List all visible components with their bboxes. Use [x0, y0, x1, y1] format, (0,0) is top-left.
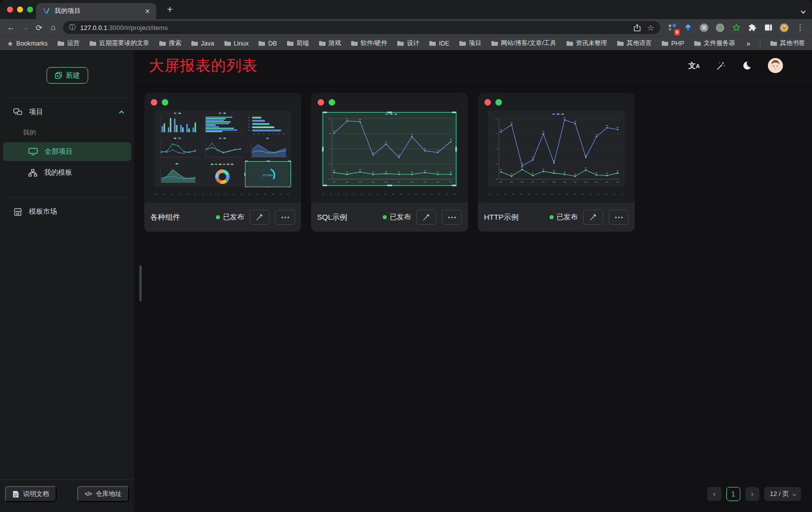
other-bookmarks[interactable]: 其他书签: [770, 39, 805, 48]
prev-page-button[interactable]: ‹: [707, 487, 721, 501]
bookmark-folder[interactable]: 资讯未整理: [566, 39, 608, 48]
resize-handle[interactable]: [288, 161, 291, 162]
bookmark-folder[interactable]: PHP: [661, 40, 684, 47]
dark-mode-moon-icon[interactable]: [742, 61, 752, 71]
current-page-button[interactable]: 1: [726, 487, 740, 501]
extension-record-icon[interactable]: [715, 23, 725, 33]
resize-handle[interactable]: [291, 173, 291, 176]
project-title: 各种组件: [150, 213, 180, 222]
share-icon[interactable]: [634, 24, 641, 32]
bookmark-folder[interactable]: 搜索: [159, 39, 181, 48]
url-text[interactable]: 127.0.0.1:3000/#/project/items: [80, 24, 629, 32]
docs-button[interactable]: 说明文档: [5, 486, 57, 502]
edit-project-button[interactable]: [416, 210, 436, 225]
resize-handle[interactable]: [452, 112, 456, 113]
address-bar[interactable]: ⓘ 127.0.0.1:3000/#/project/items ☆: [63, 21, 660, 34]
sidebar-item-all-projects[interactable]: 全部项目: [3, 142, 131, 161]
resize-handle[interactable]: [266, 161, 270, 162]
folder-icon: [159, 41, 166, 46]
profile-avatar-icon[interactable]: [779, 23, 789, 33]
magic-wand-icon[interactable]: [716, 61, 726, 71]
side-panel-icon[interactable]: [763, 23, 773, 33]
extension-grid-icon[interactable]: 9: [667, 23, 677, 33]
bookmark-folder[interactable]: 近期需要读的文章: [89, 39, 149, 48]
more-actions-button[interactable]: [275, 210, 295, 225]
bookmarks-overflow-icon[interactable]: »: [746, 40, 750, 48]
bookmark-folder[interactable]: IDE: [429, 40, 449, 47]
tab-search-icon[interactable]: [801, 6, 805, 15]
window-close-button[interactable]: [7, 7, 13, 13]
sidebar-item-template-market[interactable]: 模板市场: [0, 202, 134, 222]
bookmark-folder[interactable]: Linux: [224, 40, 249, 47]
browser-tab[interactable]: 我的项目 ✕: [36, 3, 156, 19]
bookmark-folder[interactable]: 游戏: [319, 39, 341, 48]
more-actions-button[interactable]: [442, 210, 462, 225]
green-dot: [495, 99, 502, 106]
window-zoom-button[interactable]: [27, 7, 33, 13]
resize-handle[interactable]: [455, 147, 457, 152]
status-badge: 已发布: [550, 213, 578, 222]
resize-handle[interactable]: [288, 187, 291, 187]
bookmark-folder[interactable]: 项目: [459, 39, 481, 48]
extensions-puzzle-icon[interactable]: [747, 23, 757, 33]
language-icon[interactable]: 文A: [688, 61, 700, 71]
star-icon: ★: [7, 40, 14, 48]
back-icon[interactable]: ←: [4, 23, 18, 32]
page-size-select[interactable]: 12 / 页: [764, 487, 801, 501]
home-icon[interactable]: ⌂: [46, 23, 60, 32]
bookmark-folder[interactable]: 设计: [397, 39, 419, 48]
bookmarks-root[interactable]: ★Bookmarks: [7, 40, 48, 48]
bookmark-folder[interactable]: 运营: [57, 39, 80, 48]
forward-icon[interactable]: →: [18, 23, 32, 32]
user-avatar[interactable]: [768, 58, 783, 73]
project-icon: [13, 108, 23, 116]
bookmark-folder[interactable]: 文件服务器: [694, 39, 735, 48]
resize-handle[interactable]: [452, 185, 456, 186]
extension-gem-icon[interactable]: [683, 23, 693, 33]
bookmark-star-icon[interactable]: ☆: [647, 23, 654, 33]
resize-handle[interactable]: [387, 185, 392, 186]
new-tab-button[interactable]: +: [163, 3, 176, 16]
resize-handle[interactable]: [245, 187, 248, 187]
red-dot: [484, 99, 491, 106]
more-actions-button[interactable]: [609, 210, 629, 225]
bookmark-folder[interactable]: 其他语言: [617, 39, 652, 48]
scrollbar-thumb[interactable]: [139, 265, 142, 301]
sidebar-section-project[interactable]: 项目: [0, 102, 134, 122]
resize-handle[interactable]: [322, 147, 324, 152]
mini-chart-cell: [155, 111, 200, 136]
project-card[interactable]: 25.00% 各种组件 已发布: [144, 93, 301, 232]
resize-handle[interactable]: [323, 185, 327, 186]
edit-project-button[interactable]: [249, 210, 269, 225]
project-thumbnail[interactable]: 25.00%: [154, 111, 291, 187]
sidebar-item-my-templates[interactable]: 我的模板: [3, 163, 131, 182]
bookmark-folder[interactable]: DB: [258, 40, 277, 47]
mini-chart-cell: 25.00%: [245, 162, 291, 187]
reload-icon[interactable]: ⟳: [32, 23, 46, 33]
mini-chart-cell: [155, 162, 200, 187]
tab-close-icon[interactable]: ✕: [145, 8, 150, 15]
edit-project-button[interactable]: [583, 210, 603, 225]
browser-menu-icon[interactable]: ⋮: [796, 23, 804, 32]
new-project-button[interactable]: 新建: [47, 67, 88, 84]
project-thumbnail[interactable]: [321, 111, 458, 187]
resize-handle[interactable]: [245, 161, 248, 162]
extension-command-icon[interactable]: ⌘: [699, 23, 709, 33]
collapse-chevron-icon[interactable]: [120, 108, 123, 116]
resize-handle[interactable]: [387, 112, 392, 113]
bookmark-folder[interactable]: 软件/硬件: [351, 39, 387, 48]
window-minimize-button[interactable]: [17, 7, 23, 13]
site-info-icon[interactable]: ⓘ: [69, 23, 76, 32]
bookmark-folder[interactable]: Java: [191, 40, 214, 47]
project-card[interactable]: HTTP示例 已发布: [478, 93, 635, 232]
resize-handle[interactable]: [244, 173, 245, 176]
extension-star-icon[interactable]: [731, 23, 741, 33]
resize-handle[interactable]: [266, 187, 270, 187]
bookmark-folder[interactable]: 前端: [287, 39, 309, 48]
project-card[interactable]: SQL示例 已发布: [311, 93, 468, 232]
project-thumbnail[interactable]: [488, 111, 625, 187]
resize-handle[interactable]: [323, 112, 327, 113]
bookmark-folder[interactable]: 网站/博客/文章/工具: [491, 39, 556, 48]
next-page-button[interactable]: ›: [745, 487, 759, 501]
repo-button[interactable]: </> 仓库地址: [77, 486, 129, 502]
